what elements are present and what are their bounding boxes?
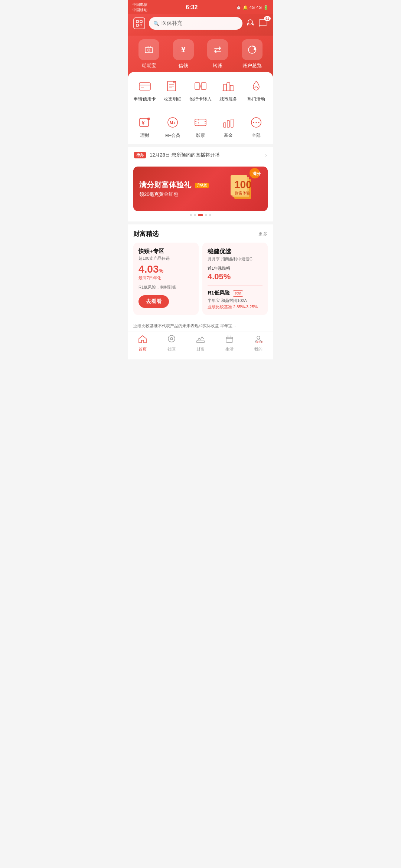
left-card-desc: 最高7日年化 [138,275,193,281]
jijin-icon [220,114,237,131]
left-rate-unit: % [159,268,163,274]
menu-row1: 申请信用卡 ¥ 收支明细 他行卡转 [128,78,273,108]
svg-rect-42 [231,119,233,127]
zonglan-icon [242,39,263,60]
left-card-btn[interactable]: 去看看 [138,295,169,308]
svg-rect-34 [195,119,206,126]
banner-card[interactable]: 满分财富体验礼 升级版 领20毫克黄金红包 100 财富体验 满分 [133,167,268,211]
yingpiao-label: 影票 [196,133,205,138]
zonglan-label: 账户总览 [242,62,262,69]
nav-home[interactable]: 首页 [130,335,156,352]
headset-button[interactable] [246,19,254,29]
menu-shouzhi[interactable]: ¥ 收支明细 [160,78,185,102]
right-bottom-product: 半年宝 和鼎封闭102A [208,298,263,303]
banner-section: 满分财富体验礼 升级版 领20毫克黄金红包 100 财富体验 满分 [128,163,273,221]
search-bar[interactable]: 🔍 医保补充 [149,17,242,30]
svg-rect-9 [145,47,153,53]
yingpiao-icon [192,114,209,131]
svg-rect-1 [140,20,142,23]
svg-text:满分: 满分 [252,171,261,176]
carrier-info: 中国电信 中国移动 [133,2,147,13]
right-bottom-benchmark: 业绩比较基准 2.85%-3.25% [208,304,263,310]
nav-wealth[interactable]: 财富 [188,335,213,352]
quick-jieqian[interactable]: ¥ 借钱 [173,39,194,69]
zaochao-icon [138,39,159,60]
svg-point-54 [168,335,175,342]
search-text: 医保补充 [162,20,182,27]
svg-point-10 [148,49,150,51]
menu-yingpiao[interactable]: 影票 [188,114,213,138]
svg-rect-8 [252,23,254,25]
huodong-icon [248,78,264,94]
tazhuanru-icon [192,78,209,94]
bell-icon: 🔔 [243,5,248,10]
member-label: M+会员 [165,133,180,138]
message-button[interactable]: 91 [259,19,268,29]
svg-point-44 [253,122,254,123]
alarm-icon: ⏰ [236,5,241,10]
wealth-more-link[interactable]: 更多 [258,231,268,237]
zhuanzhang-label: 转账 [213,62,222,69]
nav-community-label: 社区 [167,346,176,352]
scan-button[interactable] [133,17,145,29]
right-card-divider [208,285,263,286]
right-top-title: 稳健优选 [208,248,263,256]
svg-rect-41 [227,121,229,127]
banner-content: 满分财富体验礼 升级版 领20毫克黄金红包 [139,180,209,198]
quick-zonglan[interactable]: 账户总览 [242,39,263,69]
huodong-label: 热门活动 [247,96,265,102]
quick-zaochao[interactable]: 朝朝宝 [138,39,159,69]
jieqian-label: 借钱 [179,62,188,69]
wealth-section: 财富精选 更多 快赎+专区 超100支产品任选 4.03% 最高7日年化 R1低… [128,224,273,320]
nav-life[interactable]: 生活 [216,335,242,352]
banner-dots [133,214,268,216]
header: 🔍 医保补充 91 [128,14,273,36]
nav-community[interactable]: 社区 [159,335,185,352]
nav-mine[interactable]: 花花区 我的 [245,335,271,352]
svg-rect-24 [201,83,206,89]
signal2-icon: 4G [256,5,262,10]
licai-label: 理财 [140,133,149,138]
svg-rect-23 [195,83,200,89]
banner-image: 100 财富体验 满分 [223,168,264,210]
todo-bar[interactable]: 待办 12月28日 您所预约的直播将开播 › [128,147,273,163]
svg-text:花花区: 花花区 [256,341,263,343]
home-icon [138,335,147,345]
menu-huodong[interactable]: 热门活动 [244,78,268,102]
svg-text:财富体验: 财富体验 [235,191,250,195]
tazhuanru-label: 他行卡转入 [189,96,212,102]
left-card-title: 快赎+专区 [138,248,193,255]
quick-zhuanzhang[interactable]: 转账 [207,39,228,69]
menu-jijin[interactable]: 基金 [216,114,241,138]
status-bar: 中国电信 中国移动 6:32 ⏰ 🔔 4G 4G 🔋 [128,0,273,14]
right-bottom-section[interactable]: R1低风险 代销 半年宝 和鼎封闭102A 业绩比较基准 2.85%-3.25% [208,289,263,310]
menu-licai[interactable]: ¥ 理财 [133,114,157,138]
menu-tazhuanru[interactable]: 他行卡转入 [188,78,213,102]
menu-quanbu[interactable]: 全部 [244,114,268,138]
right-top-section[interactable]: 稳健优选 月月享 招商鑫利中短债C 近1年涨跌幅 4.05% [208,248,263,282]
svg-point-45 [255,122,257,123]
nav-wealth-label: 财富 [196,346,205,352]
signal-icon: 4G [250,5,255,10]
todo-text: 12月28日 您所预约的直播将开播 [150,152,220,158]
svg-text:¥: ¥ [142,120,145,126]
svg-rect-16 [139,85,150,86]
member-icon: M+ [164,114,181,131]
left-card-rate-row: 4.03% [138,264,193,274]
right-top-sub: 月月享 招商鑫利中短债C [208,256,263,262]
menu-chengshi[interactable]: 城市服务 [216,78,241,102]
nav-life-label: 生活 [225,346,234,352]
jijin-label: 基金 [224,133,233,138]
carrier2: 中国移动 [133,7,147,13]
left-card-subtitle: 超100支产品任选 [138,256,193,261]
right-bottom-title-row: R1低风险 代销 [208,289,263,297]
wealth-right-card: 稳健优选 月月享 招商鑫利中短债C 近1年涨跌幅 4.05% R1低风险 代销 … [202,243,268,315]
left-card-rate: 4.03 [138,263,159,275]
wealth-left-card[interactable]: 快赎+专区 超100支产品任选 4.03% 最高7日年化 R1低风险，实时到账 … [133,243,199,315]
menu-member[interactable]: M+ M+会员 [160,114,185,138]
wealth-cards: 快赎+专区 超100支产品任选 4.03% 最高7日年化 R1低风险，实时到账 … [133,243,268,315]
svg-rect-40 [224,123,226,127]
partial-disclaimer: 业绩比较基准不代表产品的未来表现和实际收益 半年宝... [128,320,273,332]
menu-shenqing[interactable]: 申请信用卡 [133,78,157,102]
banner-title: 满分财富体验礼 升级版 [139,180,209,190]
